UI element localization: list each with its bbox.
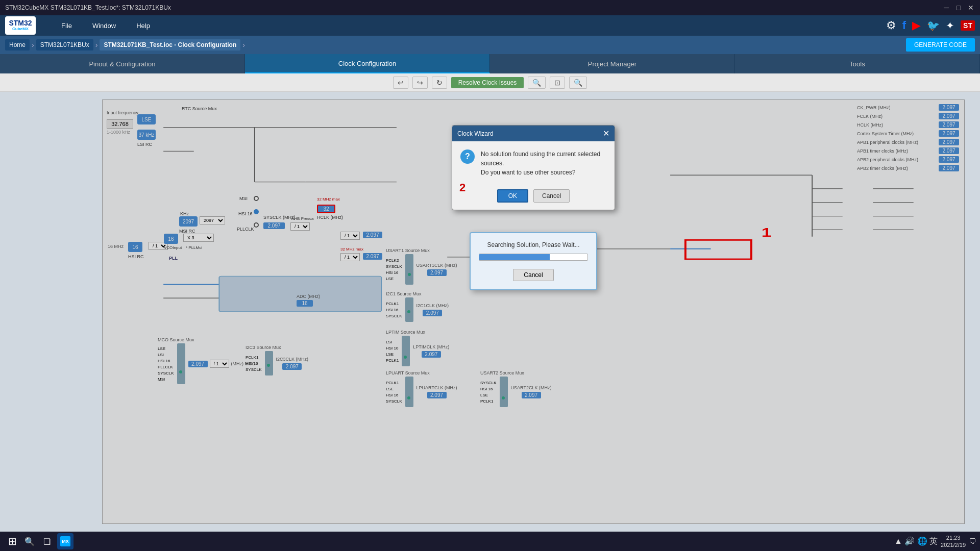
taskbar-search-button[interactable]: 🔍 (22, 534, 37, 548)
bc-device[interactable]: STM32L071KBUx (36, 39, 93, 51)
breadcrumb: Home › STM32L071KBUx › STM32L071KB_Test.… (0, 36, 980, 54)
app-logo: STM32 CubeMX (5, 16, 36, 35)
minimize-button[interactable]: ─ (942, 4, 950, 12)
bc-home[interactable]: Home (5, 39, 30, 51)
resolve-clock-button[interactable]: Resolve Clock Issues (451, 77, 524, 88)
taskbar: ⊞ 🔍 ❑ MX ▲ 🔊 🌐 英 21:23 2021/2/19 🗨 (0, 532, 980, 551)
menu-window[interactable]: Window (87, 20, 121, 32)
dialog-question-icon: ? (460, 149, 475, 164)
bc-arrow-2: › (95, 41, 98, 49)
clock-wizard-dialog: Clock Wizard ✕ ? No solution found using… (452, 125, 615, 210)
tab-project[interactable]: Project Manager (490, 54, 735, 73)
fit-button[interactable]: ⊡ (550, 77, 565, 89)
bc-arrow-1: › (32, 41, 34, 49)
searching-cancel-button[interactable]: Cancel (513, 269, 553, 281)
taskbar-files-button[interactable]: ❑ (39, 533, 55, 549)
refresh-button[interactable]: ↻ (432, 77, 447, 89)
taskbar-mx-button[interactable]: MX (57, 533, 74, 549)
progress-bar (479, 254, 588, 261)
taskbar-right: ▲ 🔊 🌐 英 21:23 2021/2/19 🗨 (894, 534, 976, 549)
youtube-icon[interactable]: ▶ (912, 19, 921, 32)
taskbar-date: 2021/2/19 (941, 541, 966, 548)
tab-pinout[interactable]: Pinout & Configuration (0, 54, 245, 73)
st-icon[interactable]: ⚙ (886, 19, 896, 32)
toolbar: ↩ ↪ ↻ Resolve Clock Issues 🔍 ⊡ 🔍 (0, 73, 980, 92)
menu-help[interactable]: Help (131, 20, 155, 32)
taskbar-icons: ▲ 🔊 🌐 英 (894, 536, 938, 547)
titlebar: STM32CubeMX STM32L071KB_Test.ioc*: STM32… (0, 0, 980, 15)
menu-file[interactable]: File (56, 20, 77, 32)
searching-dialog: Searching Solution, Please Wait... Cance… (470, 232, 597, 290)
window-controls: ─ □ ✕ (942, 4, 975, 12)
st-logo-icon[interactable]: ST (961, 20, 975, 31)
network-icon[interactable]: ✦ (946, 19, 954, 32)
close-button[interactable]: ✕ (967, 4, 975, 12)
bc-project[interactable]: STM32L071KB_Test.ioc - Clock Configurati… (100, 39, 240, 51)
dialog-buttons: OK Cancel (452, 185, 615, 210)
start-button[interactable]: ⊞ (4, 533, 20, 549)
dialog-title: Clock Wizard (457, 130, 494, 137)
twitter-icon[interactable]: 🐦 (927, 19, 940, 32)
zoom-out-button[interactable]: 🔍 (569, 77, 587, 89)
dialog-body: ? No solution found using the current se… (452, 141, 615, 185)
social-icons: ⚙ f ▶ 🐦 ✦ ST (886, 19, 975, 32)
bc-arrow-3: › (242, 41, 245, 49)
facebook-icon[interactable]: f (902, 19, 906, 32)
dialog-close-button[interactable]: ✕ (603, 129, 609, 138)
dialog-message: No solution found using the current sele… (481, 149, 606, 177)
restore-button[interactable]: □ (954, 4, 963, 12)
taskbar-notification[interactable]: 🗨 (969, 537, 976, 545)
tabbar: Pinout & Configuration Clock Configurati… (0, 54, 980, 73)
generate-code-button[interactable]: GENERATE CODE (906, 38, 975, 52)
tab-tools[interactable]: Tools (735, 54, 980, 73)
modal-overlay: Clock Wizard ✕ ? No solution found using… (102, 99, 965, 524)
zoom-in-button[interactable]: 🔍 (528, 77, 546, 89)
taskbar-clock: 21:23 2021/2/19 (941, 534, 966, 549)
dialog-cancel-button[interactable]: Cancel (533, 189, 570, 203)
progress-bar-fill (479, 254, 550, 260)
menubar: STM32 CubeMX File Window Help ⚙ f ▶ 🐦 ✦ … (0, 15, 980, 36)
redo-button[interactable]: ↪ (412, 77, 428, 89)
tab-clock[interactable]: Clock Configuration (245, 54, 490, 73)
taskbar-time: 21:23 (941, 534, 966, 541)
title-text: STM32CubeMX STM32L071KB_Test.ioc*: STM32… (5, 4, 171, 11)
dialog-titlebar: Clock Wizard ✕ (452, 126, 615, 141)
dialog-ok-button[interactable]: OK (497, 189, 528, 203)
step-2-label: 2 (459, 181, 465, 194)
main-content: 1 Input frequency 32.768 1-1000 kHz LSE … (0, 92, 980, 532)
undo-button[interactable]: ↩ (393, 77, 408, 89)
searching-message: Searching Solution, Please Wait... (479, 241, 588, 248)
